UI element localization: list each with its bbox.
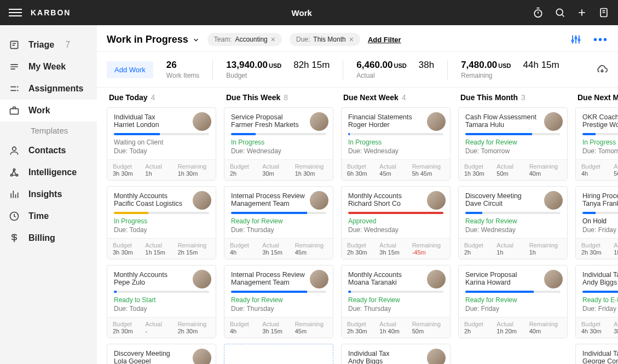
plus-icon[interactable] xyxy=(576,7,587,18)
progress-bar xyxy=(231,133,326,135)
sidebar-label: Contacts xyxy=(28,146,66,155)
time-icon xyxy=(9,211,20,222)
card-client: Prestige Worldw xyxy=(582,121,618,129)
card-due: Due: Wednesday xyxy=(231,147,326,155)
card-due: Due: Wednesday xyxy=(348,147,443,155)
card-status: In Progress xyxy=(231,138,326,146)
work-card[interactable]: Individual Tax Andy Biggs Ready to E-Fil… xyxy=(575,265,618,338)
work-card[interactable]: Internal Process Review Management Team … xyxy=(224,186,333,259)
work-card[interactable]: Monthly Accounts Pacific Coast Logistics… xyxy=(107,186,216,259)
avatar xyxy=(192,348,212,364)
avatar xyxy=(426,190,447,211)
card-metrics: Budget2h 30m Actual1h Remaining xyxy=(576,238,618,259)
card-due: Due: Friday xyxy=(582,226,618,234)
avatar xyxy=(426,111,447,132)
work-card[interactable]: Internal Process Review Management Team … xyxy=(224,265,333,338)
card-status: In Progress xyxy=(114,217,209,225)
brand-logo: KARBON xyxy=(31,8,71,17)
avatar xyxy=(543,190,564,211)
progress-bar xyxy=(465,212,561,214)
card-metrics: Budget2h Actual1h 20m Remaining40m xyxy=(459,317,567,338)
work-card[interactable]: OKR Coaching Prestige Worldw In Progress… xyxy=(575,107,618,181)
work-card[interactable]: Individual Tax Andy Biggs xyxy=(341,344,450,364)
card-metrics: Budget2h Actual1h Remaining1h xyxy=(459,238,567,259)
section-title[interactable]: Work in Progress xyxy=(107,34,200,45)
card-status: Ready for Review xyxy=(348,296,443,304)
column-header: Due Next Week4 xyxy=(341,93,450,102)
page-title: Work xyxy=(71,8,533,18)
card-placeholder[interactable] xyxy=(224,344,333,364)
work-card[interactable]: Financial Statements Roger Horder In Pro… xyxy=(341,107,450,181)
add-filter-link[interactable]: Add Filter xyxy=(368,36,401,44)
column-header: Due Next Month xyxy=(575,93,618,102)
work-card[interactable]: Discovery Meeting Lola Goepel xyxy=(107,344,216,364)
triage-icon xyxy=(9,39,20,50)
work-card[interactable]: Service Proposal Karina Howard Ready for… xyxy=(458,265,568,338)
filter-chip-team[interactable]: Team:Accounting× xyxy=(207,33,282,46)
sidebar-item-assignments[interactable]: Assignments xyxy=(0,78,97,100)
work-card[interactable]: Monthly Accounts Moana Taranaki Ready fo… xyxy=(341,265,450,338)
sidebar-item-contacts[interactable]: Contacts xyxy=(0,140,97,161)
work-card[interactable]: Individual Tax Harriet London Waiting on… xyxy=(107,107,216,181)
svg-point-10 xyxy=(571,40,573,42)
work-card[interactable]: Individual Tax George Connor xyxy=(575,344,618,364)
avatar xyxy=(192,269,212,290)
work-card[interactable]: Discovery Meeting Dave Circuit Ready for… xyxy=(458,186,568,259)
sidebar-item-billing[interactable]: Billing xyxy=(0,227,97,249)
intelligence-icon xyxy=(9,167,20,178)
stat-actual: 6,460.00USD38h Actual xyxy=(343,60,447,79)
card-due: Due: Wednesday xyxy=(348,226,443,234)
work-card[interactable]: Monthly Accounts Richard Short Co Approv… xyxy=(341,186,450,259)
stat-work-items: 26 Work Items xyxy=(166,60,212,79)
sidebar-sub-templates[interactable]: Templates xyxy=(0,122,97,140)
sidebar-item-intelligence[interactable]: Intelligence xyxy=(0,161,97,183)
stat-remaining: 7,480.00USD44h 15m Remaining xyxy=(447,60,573,79)
card-type: Individual Tax xyxy=(582,350,618,357)
work-card[interactable]: Hiring Process Tanya Franks A On Hold Du… xyxy=(575,186,618,259)
svg-point-5 xyxy=(13,147,16,151)
sidebar-label: My Week xyxy=(28,62,66,72)
search-icon[interactable] xyxy=(555,7,565,18)
card-due: Due: Today xyxy=(114,305,209,313)
work-card[interactable]: Service Proposal Farmer Fresh Markets In… xyxy=(224,107,333,181)
filter-chip-due[interactable]: Due:This Month× xyxy=(290,33,360,46)
more-menu[interactable]: ••• xyxy=(593,33,608,46)
card-due: Due: Tomorrow xyxy=(465,147,561,155)
sidebar-item-work[interactable]: Work xyxy=(0,100,97,122)
chip-remove-icon[interactable]: × xyxy=(349,36,354,43)
cloud-download-icon[interactable] xyxy=(596,63,608,76)
card-metrics: Budget4h Actual50m Remaining xyxy=(576,159,618,180)
svg-point-11 xyxy=(575,37,576,39)
notes-icon[interactable] xyxy=(598,7,609,18)
card-status: Ready for Review xyxy=(465,138,561,146)
sidebar-label: Insights xyxy=(28,189,62,199)
stopwatch-icon[interactable] xyxy=(533,7,544,18)
work-icon xyxy=(9,105,20,116)
card-status: On Hold xyxy=(582,217,618,225)
sidebar-item-time[interactable]: Time xyxy=(0,205,97,227)
card-metrics: Budget2h 30m Actual3h 15m Remaining-45m xyxy=(342,238,450,259)
card-status: Ready for Review xyxy=(465,296,561,304)
card-due: Due: Thursday xyxy=(348,305,443,313)
add-work-button[interactable]: Add Work xyxy=(107,61,153,78)
sidebar-label: Work xyxy=(28,106,50,115)
chip-remove-icon[interactable]: × xyxy=(271,36,275,43)
sidebar: Triage7 My Week Assignments Work Templat… xyxy=(0,25,97,364)
svg-point-1 xyxy=(556,9,563,15)
card-status: Ready for Review xyxy=(465,217,561,225)
contacts-icon xyxy=(9,145,20,156)
avatar xyxy=(426,269,447,290)
work-card[interactable]: Monthly Accounts Pepe Zulo Ready to Star… xyxy=(107,265,216,338)
card-status: Ready for Review xyxy=(231,296,326,304)
hamburger-menu[interactable] xyxy=(9,6,22,19)
sidebar-item-triage[interactable]: Triage7 xyxy=(0,34,97,56)
work-card[interactable]: Cash Flow Assessment Tamara Hulu Ready f… xyxy=(458,107,568,181)
sidebar-item-insights[interactable]: Insights xyxy=(0,183,97,205)
card-status: In Progress xyxy=(582,138,618,146)
sidebar-label: Triage xyxy=(28,40,54,50)
avatar xyxy=(426,348,447,364)
card-metrics: Budget2h 30m Actual- Remaining2h 30m xyxy=(107,317,216,338)
avatar xyxy=(309,269,330,290)
sidebar-item-myweek[interactable]: My Week xyxy=(0,56,97,78)
sliders-icon[interactable] xyxy=(570,34,581,45)
